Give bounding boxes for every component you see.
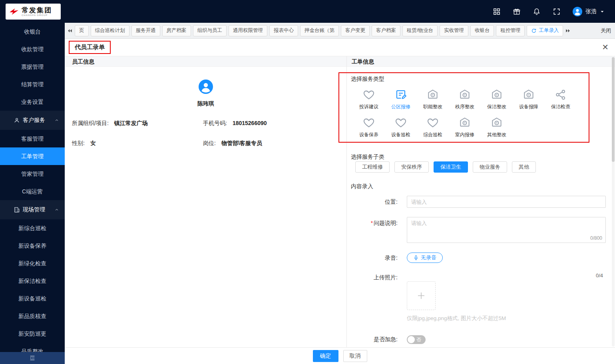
location-label: 位置: [347,199,398,206]
tab-income-mgmt[interactable]: 实收管理 [440,25,468,36]
tab-rent-control[interactable]: 租控管理 [496,25,525,36]
service-type-cleaning-rectify[interactable]: 保洁整改 [484,89,510,110]
sidebar-group-customer-service[interactable]: 客户服务 [0,111,65,130]
tabs-scroll-right-icon[interactable] [565,28,571,34]
sidebar-item-workorder-mgmt[interactable]: 工单管理 [0,147,65,165]
sidebar-item-settlement-mgmt[interactable]: 结算管理 [0,76,65,93]
photo-format-hint: 仅限jpg,jpeg,png格式, 图片大小不超过5M [407,315,506,322]
chevron-up-icon [54,118,59,123]
logo-title: 常发集团 [22,7,52,14]
tab-customer-change[interactable]: 客户变更 [341,25,370,36]
tab-permission-mgmt[interactable]: 通用权限管理 [229,25,267,36]
tabbar: 页 综合巡检计划 服务开通 房产档案 组织与员工 通用权限管理 报表中心 押金台… [65,23,615,39]
subtype-other[interactable]: 其他 [512,161,536,173]
sidebar-item-bill-mgmt[interactable]: 票据管理 [0,58,65,76]
service-type-public-area-repair[interactable]: 公区报修 [388,89,414,110]
employee-avatar [199,80,213,94]
close-tabs-button[interactable]: 关闭 [599,27,613,34]
subtype-property-service[interactable]: 物业服务 [473,161,507,173]
service-type-equipment-maintenance[interactable]: 设备保养 [356,117,382,138]
logo: 常发集团 CHANGFA GROUP [6,4,61,20]
urgent-toggle[interactable]: 否 [407,335,426,344]
confirm-button[interactable]: 确定 [313,350,338,362]
tab-workorder-entry[interactable]: 工单录入 [527,25,563,36]
gift-icon[interactable] [513,8,521,16]
cancel-button[interactable]: 取消 [343,350,367,362]
sidebar-item-c-end-operation[interactable]: C端运营 [0,183,65,200]
sidebar-item-new-security-patrol[interactable]: 新安防巡更 [0,325,65,342]
sidebar-group-label: 现场管理 [23,206,45,213]
chevron-up-icon [54,207,59,212]
location-input[interactable] [407,196,606,208]
urgent-label: 是否加急: [347,336,398,343]
service-type-function-rectify[interactable]: 职能整改 [420,89,446,110]
logo-icon [9,7,19,16]
problem-input[interactable] [407,217,606,243]
user-menu[interactable]: 张浩 [573,7,605,16]
house-gear-icon [491,117,503,129]
footer-actions: 确定 取消 [65,347,615,364]
fullscreen-icon[interactable] [553,8,561,16]
service-subtype-row: 工程维修 安保秩序 保洁卫生 物业服务 其他 [355,161,536,173]
sidebar-item-new-equipment-inspection[interactable]: 新设备巡检 [0,290,65,307]
tab-deposit-ledger[interactable]: 押金台账（第 [300,25,339,36]
sidebar-item-new-comprehensive-inspection[interactable]: 新综合巡检 [0,219,65,237]
sidebar-group-site-mgmt[interactable]: 现场管理 [0,200,65,219]
service-type-cleaning-check[interactable]: 保洁检查 [548,89,573,110]
subtype-security-order[interactable]: 安保秩序 [394,161,429,173]
service-type-order-rectify[interactable]: 秩序整改 [452,89,478,110]
tabs-scroll-left-icon[interactable] [67,28,73,34]
refresh-icon [531,28,537,34]
service-type-row-1: 投诉建议 公区报修 职能整改 [356,89,573,110]
tab-service-activation[interactable]: 服务开通 [131,25,160,36]
apps-grid-icon[interactable] [493,8,501,16]
menu-fold-icon [29,355,36,361]
page-head: 代员工录单 ✕ [65,39,615,56]
topbar: 常发集团 CHANGFA GROUP 张浩 [0,0,615,23]
upload-photo-button[interactable] [407,281,436,310]
sidebar-item-butler-mgmt[interactable]: 管家管理 [0,165,65,183]
tab-cashier[interactable]: 收银台 [470,25,494,36]
service-subtype-section-label: 选择服务子类 [351,153,384,161]
bell-icon[interactable] [533,8,541,16]
subtype-engineering-repair[interactable]: 工程维修 [355,161,390,173]
topbar-actions: 张浩 [493,7,605,16]
logo-subtitle: CHANGFA GROUP [22,14,52,16]
audio-label: 录音: [347,255,398,262]
tab-report-center[interactable]: 报表中心 [269,25,298,36]
service-type-section-label: 选择服务类型 [351,76,384,83]
house-gear-icon [459,89,471,101]
page-title: 代员工录单 [69,41,111,54]
workorder-panel: 工单信息 选择服务类型 投诉建议 公区报修 [347,56,615,347]
tab-customer-archive[interactable]: 客户档案 [372,25,400,36]
sidebar-item-new-cleaning-check[interactable]: 新保洁检查 [0,272,65,290]
sidebar-item-new-greening-check[interactable]: 新绿化检查 [0,255,65,272]
tab-lease-property[interactable]: 租赁/物业台 [402,25,438,36]
sidebar-item-cashier[interactable]: 收银台 [0,23,65,40]
service-type-comprehensive-inspection[interactable]: 综合巡检 [420,117,446,138]
tab-property-archive[interactable]: 房产档案 [162,25,191,36]
sidebar-item-new-equipment-maintenance[interactable]: 新设备保养 [0,237,65,255]
service-type-equipment-fault[interactable]: 设备报障 [516,89,541,110]
scrollbar-thumb[interactable] [612,57,615,162]
house-gear-icon [427,89,439,101]
sidebar-item-new-quality-check[interactable]: 新品质核查 [0,307,65,325]
sidebar-item-payment-mgmt[interactable]: 收款管理 [0,40,65,58]
service-type-equipment-inspection[interactable]: 设备巡检 [388,117,414,138]
scrollbar[interactable] [612,57,615,346]
tab-inspection-plan[interactable]: 综合巡检计划 [91,25,129,36]
sidebar-collapse-button[interactable] [0,352,65,364]
service-type-indoor-repair[interactable]: 室内报修 [452,117,478,138]
tab-org-staff[interactable]: 组织与员工 [193,25,227,36]
user-icon [14,117,20,123]
sidebar-item-business-settings[interactable]: 业务设置 [0,93,65,111]
close-icon[interactable]: ✕ [602,43,609,52]
tab-home[interactable]: 页 [75,25,89,36]
avatar [573,7,582,16]
sidebar-item-customer-service-mgmt[interactable]: 客服管理 [0,130,65,147]
subtype-cleaning-hygiene[interactable]: 保洁卫生 [434,161,468,173]
service-type-complaint-suggestion[interactable]: 投诉建议 [356,89,382,110]
audio-button[interactable]: 无录音 [407,253,443,263]
service-type-other-rectify[interactable]: 其他整改 [484,117,510,138]
toggle-handle-icon [408,336,415,343]
